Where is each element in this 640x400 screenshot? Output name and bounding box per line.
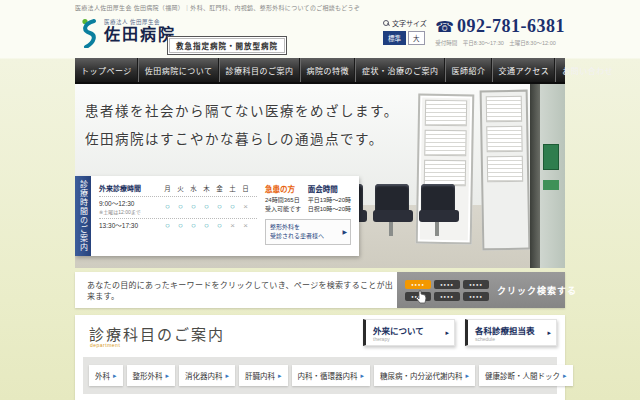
nav-item-doctors[interactable]: 医師紹介	[445, 58, 492, 82]
arrow-icon: ▸	[445, 329, 449, 337]
nav-item-treatment[interactable]: 症状・治療のご案内	[355, 58, 445, 82]
mark-open: ○	[161, 222, 174, 230]
visiting-hours-info: 面会時間 平日13時～20時 日祝10時～20時	[308, 183, 351, 214]
keyword-chip[interactable]: ●●●●	[434, 292, 460, 301]
day-sat: 土	[226, 183, 239, 193]
mark-open: ○	[187, 222, 200, 230]
corporation-name: 医療法人 佐田厚生会	[104, 18, 176, 26]
dept-internal-cardio-button[interactable]: 内科・循環器内科▸	[292, 365, 371, 386]
dept-diabetes-button[interactable]: 糖尿病・内分泌代謝内科▸	[374, 365, 475, 386]
hero-line-2: 佐田病院はすこやかな暮らしの通過点です。	[85, 126, 399, 154]
afternoon-hours: 13:30～17:30	[99, 222, 161, 230]
mark-open: ○	[226, 203, 239, 211]
visiting-title: 面会時間	[308, 183, 351, 194]
click-search-label: クリック検索する	[497, 284, 577, 297]
outpatient-timetable: 外来診療時間 月 火 水 木 金 土 日 9:00～12:30 ※土曜は12:0…	[99, 183, 257, 250]
nav-item-features[interactable]: 病院の特徴	[300, 58, 356, 82]
hours-panel-tab[interactable]: 診療時間のご案内	[75, 176, 91, 256]
mark-open: ○	[187, 203, 200, 211]
mark-open: ○	[213, 203, 226, 211]
mark-closed: ×	[226, 222, 239, 230]
keyword-chip[interactable]: ●●●●	[463, 292, 489, 301]
nav-item-departments[interactable]: 診療科目のご案内	[219, 58, 300, 82]
main-navigation: トップページ 佐田病院について 診療科目のご案内 病院の特徴 症状・治療のご案内…	[75, 58, 565, 84]
keyword-chip-active[interactable]: ●●●●	[405, 280, 431, 289]
timetable-title: 外来診療時間	[99, 183, 161, 193]
hero-green-sign	[543, 180, 559, 190]
arrow-icon: ▸	[166, 372, 170, 380]
arrow-icon: ▸	[113, 372, 117, 380]
phone-icon: ☎	[435, 19, 454, 34]
hand-cursor-icon	[415, 290, 427, 304]
arrow-icon: ▸	[226, 372, 230, 380]
dept-surgery-button[interactable]: 外科▸	[89, 365, 123, 386]
contact-block: ☎ 092-781-6381 受付時間 平日8:30～17:30 土曜日8:30…	[435, 16, 565, 47]
mark-open: ○	[174, 222, 187, 230]
hospital-badge: 救急指定病院・開放型病院	[167, 36, 287, 55]
arrow-icon: ▸	[278, 372, 282, 380]
reception-hours: 受付時間 平日8:30～17:30 土曜日8:30～12:00	[435, 39, 565, 47]
hero-catchcopy: 患者様を社会から隔てない医療をめざします。 佐田病院はすこやかな暮らしの通過点で…	[85, 98, 399, 155]
timetable-row-afternoon: 13:30～17:30 ○ ○ ○ ○ ○ × ×	[99, 218, 257, 230]
site-header: 医療法人 佐田厚生会 佐田病院 救急指定病院・開放型病院 文字サイズ 標準 大 …	[75, 14, 565, 58]
keyword-search-bar: あなたの目的にあったキーワードをクリックしていき、ページを検索することが出来ます…	[75, 272, 565, 308]
nav-item-contact[interactable]: お問い合わせ	[555, 58, 619, 82]
orthopedics-patients-link[interactable]: 整形外科を 受診される患者様へ ▶	[265, 219, 351, 245]
emergency-info: 急患の方 24時間365日 受入可能です	[265, 183, 302, 214]
fontsize-label: 文字サイズ	[392, 18, 427, 28]
schedule-table-button[interactable]: 各科診療担当表 schedule ▸	[465, 319, 557, 346]
department-button-row: 外科▸ 整形外科▸ 消化器内科▸ 肝臓内科▸ 内科・循環器内科▸ 糖尿病・内分泌…	[83, 357, 557, 394]
click-search-widget[interactable]: ●●●● ●●●● ●●●● ●●●● ●●●● ●●●● クリック検索する	[397, 272, 565, 308]
hero-banner: 患者様を社会から隔てない医療をめざします。 佐田病院はすこやかな暮らしの通過点で…	[75, 84, 565, 268]
hero-pillar	[530, 84, 540, 268]
logo-swoosh-icon	[78, 18, 100, 48]
phone-number: 092-781-6381	[457, 16, 565, 37]
nav-item-access[interactable]: 交通アクセス	[492, 58, 556, 82]
mark-closed: ×	[239, 222, 252, 230]
mark-open: ○	[213, 222, 226, 230]
keyword-chip[interactable]: ●●●●	[463, 280, 489, 289]
arrow-icon: ▸	[466, 372, 470, 380]
hospital-name: 佐田病院	[104, 26, 176, 44]
hero-window	[540, 84, 565, 268]
hero-line-1: 患者様を社会から隔てない医療をめざします。	[85, 98, 399, 126]
hero-green-sign	[543, 144, 559, 170]
site-logo[interactable]: 医療法人 佐田厚生会 佐田病院	[78, 18, 176, 48]
mark-closed: ×	[239, 203, 252, 211]
mark-open: ○	[200, 222, 213, 230]
arrow-icon: ▸	[547, 329, 551, 337]
departments-section: 診療科目のご案内 department 外来について therapy ▸ 各科診…	[75, 315, 565, 400]
departments-subtitle: department	[90, 342, 120, 348]
mark-open: ○	[161, 203, 174, 211]
dept-checkup-button[interactable]: 健康診断・人間ドック▸	[479, 365, 573, 386]
day-mon: 月	[161, 183, 174, 193]
day-fri: 金	[213, 183, 226, 193]
day-thu: 木	[200, 183, 213, 193]
departments-title: 診療科目のご案内	[89, 323, 225, 344]
mark-open: ○	[200, 203, 213, 211]
mark-open: ○	[174, 203, 187, 211]
keyword-chip[interactable]: ●●●●	[434, 280, 460, 289]
fontsize-standard-button[interactable]: 標準	[383, 31, 406, 45]
magnifier-icon	[383, 20, 390, 27]
timetable-row-morning: 9:00～12:30 ※土曜は12:00まで ○ ○ ○ ○ ○ ○ ×	[99, 196, 257, 215]
emergency-title: 急患の方	[265, 183, 302, 194]
outpatient-info-button[interactable]: 外来について therapy ▸	[363, 319, 455, 346]
day-sun: 日	[239, 183, 252, 193]
meta-tagline: 医療法人佐田厚生会 佐田病院（福岡）｜外科、肛門科、内視鏡、整形外科についてのご…	[75, 3, 565, 12]
fontsize-large-button[interactable]: 大	[408, 31, 425, 45]
saturday-note: ※土曜は12:00まで	[99, 208, 161, 215]
dept-hepatology-button[interactable]: 肝臓内科▸	[239, 365, 288, 386]
keyword-search-description: あなたの目的にあったキーワードをクリックしていき、ページを検索することが出来ます…	[75, 279, 397, 301]
arrow-icon: ▸	[563, 372, 567, 380]
day-tue: 火	[174, 183, 187, 193]
hours-panel: 診療時間のご案内 外来診療時間 月 火 水 木 金 土 日 9:00～12:30…	[75, 176, 359, 256]
morning-hours: 9:00～12:30	[99, 200, 161, 208]
nav-item-about[interactable]: 佐田病院について	[138, 58, 219, 82]
nav-item-top[interactable]: トップページ	[75, 58, 138, 82]
day-wed: 水	[187, 183, 200, 193]
dept-orthopedics-button[interactable]: 整形外科▸	[127, 365, 176, 386]
arrow-icon: ▶	[342, 228, 347, 237]
dept-gastroenterology-button[interactable]: 消化器内科▸	[179, 365, 235, 386]
arrow-icon: ▸	[361, 372, 365, 380]
